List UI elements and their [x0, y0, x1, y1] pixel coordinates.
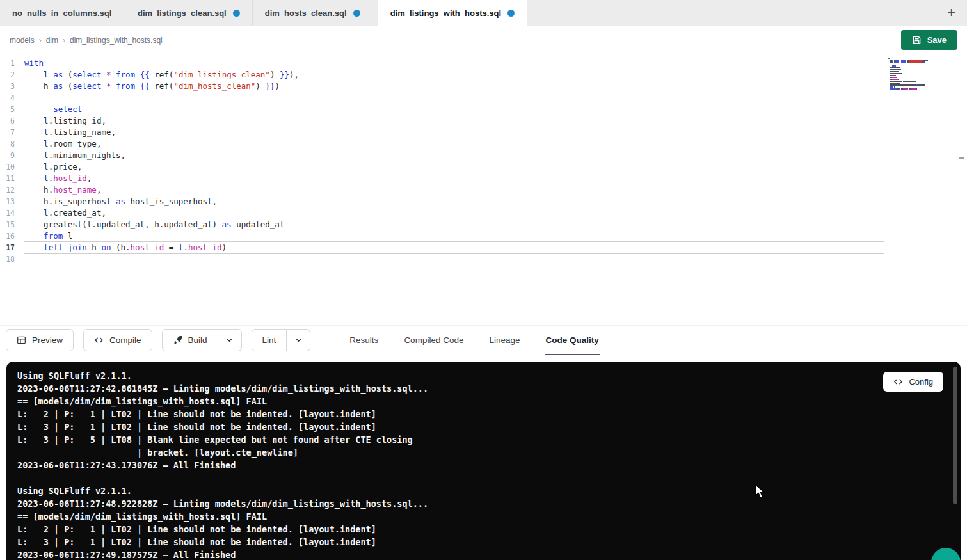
panel-tab-code-quality[interactable]: Code Quality	[545, 326, 600, 355]
line-number: 17	[0, 242, 24, 253]
breadcrumb-item[interactable]: dim_listings_with_hosts.sql	[70, 36, 163, 45]
code-editor[interactable]: 1with2 l as (select * from {{ ref("dim_l…	[0, 55, 967, 325]
panel-tab-compiled-code[interactable]: Compiled Code	[403, 326, 465, 355]
lint-output-terminal: Using SQLFluff v2.1.1.2023-06-06T11:27:4…	[6, 362, 961, 560]
breadcrumb-separator: ›	[63, 36, 65, 45]
terminal-line: L: 3 | P: 5 | LT08 | Blank line expected…	[17, 433, 950, 446]
minimap-line	[888, 83, 938, 84]
tab-strip: no_nulls_in_columns.sqldim_listings_clea…	[0, 0, 527, 26]
compile-button[interactable]: Compile	[83, 329, 152, 351]
lint-label: Lint	[262, 335, 276, 345]
line-number: 7	[0, 127, 24, 138]
code-line[interactable]: 11 l.host_id,	[0, 173, 884, 184]
lint-dropdown-button[interactable]	[287, 329, 310, 351]
config-button[interactable]: Config	[883, 372, 943, 392]
code-line[interactable]: 13 h.is_superhost as host_is_superhost,	[0, 196, 884, 207]
editor-scrollbar-marker	[959, 157, 964, 159]
preview-button[interactable]: Preview	[6, 329, 74, 351]
save-icon	[912, 35, 922, 45]
editor-toolbar-buttons: PreviewCompileBuildLint	[6, 329, 320, 351]
line-number: 11	[0, 173, 24, 184]
minimap-line	[888, 88, 938, 90]
terminal-line: 2023-06-06T11:27:48.922828Z — Linting mo…	[17, 497, 950, 510]
code-line[interactable]: 7 l.listing_name,	[0, 127, 884, 138]
code-line[interactable]: 1with	[0, 58, 884, 69]
code-icon	[893, 377, 903, 387]
minimap-line	[888, 71, 938, 72]
lint-button[interactable]: Lint	[252, 329, 287, 351]
terminal-line: L: 2 | P: 1 | LT02 | Line should not be …	[17, 408, 950, 420]
terminal-scrollbar-thumb[interactable]	[953, 367, 957, 504]
line-number: 12	[0, 184, 24, 196]
save-button[interactable]: Save	[901, 30, 957, 50]
panel-tab-results[interactable]: Results	[348, 326, 380, 355]
minimap-line	[888, 63, 938, 65]
minimap[interactable]	[888, 58, 938, 92]
config-label: Config	[909, 377, 933, 387]
minimap-line	[888, 79, 938, 80]
tab-bar-filler: +	[527, 0, 967, 26]
terminal-line: Using SQLFluff v2.1.1.	[17, 369, 950, 382]
line-number: 18	[0, 253, 24, 265]
code-line[interactable]: 2 l as (select * from {{ ref("dim_listin…	[0, 69, 884, 81]
chevron-down-icon	[226, 337, 233, 344]
chevron-down-icon	[295, 337, 302, 344]
code-line[interactable]: 16 from l	[0, 230, 884, 242]
line-number: 2	[0, 69, 24, 81]
rocket-icon	[173, 335, 182, 345]
terminal-line: 2023-06-06T11:27:43.173076Z — All Finish…	[17, 459, 950, 472]
code-line[interactable]: 9 l.minimum_nights,	[0, 150, 884, 161]
file-tab[interactable]: dim_hosts_clean.sql	[253, 0, 378, 26]
compile-label: Compile	[109, 335, 141, 345]
breadcrumb-bar: models›dim›dim_listings_with_hosts.sql S…	[0, 26, 967, 54]
code-line[interactable]: 8 l.room_type,	[0, 138, 884, 150]
minimap-line	[888, 69, 938, 70]
preview-label: Preview	[32, 335, 63, 345]
editor-lines: 1with2 l as (select * from {{ ref("dim_l…	[0, 58, 884, 265]
code-line[interactable]: 18	[0, 253, 884, 265]
minimap-line	[888, 73, 938, 74]
unsaved-changes-dot	[507, 10, 515, 17]
file-tab[interactable]: no_nulls_in_columns.sql	[0, 0, 125, 26]
minimap-line	[888, 75, 938, 76]
line-number: 8	[0, 138, 24, 150]
file-tab-label: dim_hosts_clean.sql	[265, 8, 347, 18]
results-tab-bar: ResultsCompiled CodeLineageCode Quality	[348, 326, 600, 355]
terminal-line: L: 2 | P: 1 | LT02 | Line should not be …	[17, 523, 950, 536]
breadcrumb-item[interactable]: dim	[46, 36, 58, 45]
line-number: 10	[0, 161, 24, 173]
breadcrumb-separator: ›	[39, 36, 42, 45]
file-tab[interactable]: dim_listings_with_hosts.sql	[378, 0, 527, 26]
minimap-line	[888, 61, 938, 63]
code-line[interactable]: 6 l.listing_id,	[0, 115, 884, 127]
code-line[interactable]: 14 l.created_at,	[0, 207, 884, 219]
build-button[interactable]: Build	[162, 329, 218, 351]
terminal-line: 2023-06-06T11:27:42.861845Z — Linting mo…	[17, 382, 950, 395]
line-number: 15	[0, 219, 24, 230]
file-tab[interactable]: dim_listings_clean.sql	[125, 0, 253, 26]
code-line[interactable]: 15 greatest(l.updated_at, h.updated_at) …	[0, 219, 884, 230]
preview-button-group: Preview	[6, 329, 74, 351]
minimap-line	[888, 84, 938, 86]
terminal-line: 2023-06-06T11:27:49.187575Z — All Finish…	[17, 548, 950, 560]
code-line[interactable]: 12 h.host_name,	[0, 184, 884, 196]
code-line[interactable]: 4	[0, 92, 884, 104]
terminal-line	[17, 472, 950, 484]
line-number: 14	[0, 207, 24, 219]
file-tab-label: no_nulls_in_columns.sql	[12, 8, 111, 18]
code-line[interactable]: 10 l.price,	[0, 161, 884, 173]
minimap-line	[888, 77, 938, 78]
build-button-group: Build	[162, 329, 242, 351]
terminal-line: Using SQLFluff v2.1.1.	[17, 484, 950, 497]
code-line[interactable]: 3 h as (select * from {{ ref("dim_hosts_…	[0, 81, 884, 92]
code-line[interactable]: 17 left join h on (h.host_id = l.host_id…	[0, 242, 884, 253]
line-number: 1	[0, 58, 24, 69]
build-dropdown-button[interactable]	[218, 329, 242, 351]
code-line[interactable]: 5 select	[0, 104, 884, 115]
new-tab-button[interactable]: +	[942, 6, 961, 20]
breadcrumb-item[interactable]: models	[10, 36, 35, 45]
panel-tab-lineage[interactable]: Lineage	[488, 326, 521, 355]
code-icon	[94, 335, 104, 345]
build-label: Build	[188, 335, 207, 345]
terminal-output: Using SQLFluff v2.1.1.2023-06-06T11:27:4…	[6, 362, 961, 560]
